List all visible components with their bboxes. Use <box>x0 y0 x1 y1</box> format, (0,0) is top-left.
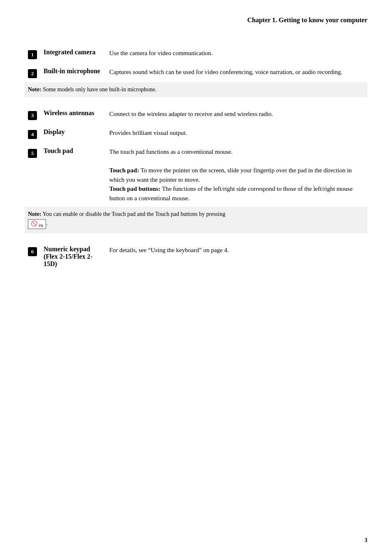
note-row-2: Note: Some models only have one built-in… <box>25 82 367 97</box>
item-badge-1: 1 <box>25 44 40 63</box>
item-desc-5: The touch pad functions as a conventiona… <box>106 143 367 207</box>
item-badge-2: 2 <box>25 63 40 82</box>
item-desc-1: Use the camera for video communication. <box>106 44 367 63</box>
item-desc-2: Captures sound which can be used for vid… <box>106 63 367 82</box>
table-row: 1 Integrated camera Use the camera for v… <box>25 44 367 63</box>
item-term-5: Touch pad <box>40 143 106 207</box>
page-header: Chapter 1. Getting to know your computer <box>25 16 367 28</box>
item-term-2: Built-in microphone <box>40 63 106 82</box>
touchpad-disable-icon: 🚫 F6 <box>31 220 43 227</box>
item-desc-3: Connect to the wireless adapter to recei… <box>106 105 367 124</box>
note-text-5: Note: You can enable or disable the Touc… <box>25 207 367 233</box>
item-term-6: Numeric keypad (Flex 2-15/Flex 2-15D) <box>40 241 106 272</box>
item-badge-4: 4 <box>25 124 40 143</box>
item-term-4: Display <box>40 124 106 143</box>
item-desc-6: For details, see “Using the keyboard” on… <box>106 241 367 272</box>
page-number: 3 <box>364 537 367 544</box>
item-badge-5: 5 <box>25 143 40 207</box>
item-badge-3: 3 <box>25 105 40 124</box>
note-row-5: Note: You can enable or disable the Touc… <box>25 207 367 233</box>
table-row: 5 Touch pad The touch pad functions as a… <box>25 143 367 207</box>
table-row: 4 Display Provides brilliant visual outp… <box>25 124 367 143</box>
table-row: 3 Wireless antennas Connect to the wirel… <box>25 105 367 124</box>
item-desc-4: Provides brilliant visual output. <box>106 124 367 143</box>
note-text-2: Note: Some models only have one built-in… <box>25 82 367 97</box>
item-term-3: Wireless antennas <box>40 105 106 124</box>
item-term-1: Integrated camera <box>40 44 106 63</box>
content-table: 1 Integrated camera Use the camera for v… <box>25 44 367 272</box>
table-row: 2 Built-in microphone Captures sound whi… <box>25 63 367 82</box>
touchpad-key-icon: 🚫 F6 <box>28 219 46 229</box>
chapter-title: Chapter 1. Getting to know your computer <box>25 16 367 28</box>
table-row: 6 Numeric keypad (Flex 2-15/Flex 2-15D) … <box>25 241 367 272</box>
item-badge-6: 6 <box>25 241 40 272</box>
